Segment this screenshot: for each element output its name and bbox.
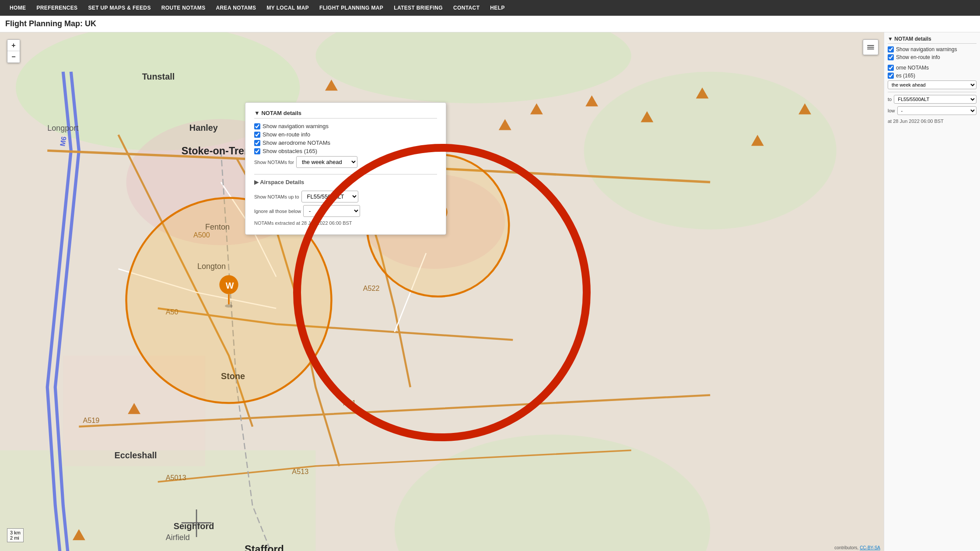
svg-text:M6: M6 [58,136,68,147]
rp-nav-warnings-row: Show navigation warnings [888,46,976,52]
rp-obstacles-checkbox[interactable] [888,73,894,79]
aerodrome-row: Show aerodrome NOTAMs [254,139,437,146]
rp-ignore-below-label: low [888,108,895,113]
rp-notams-for-select[interactable]: the week ahead today [888,80,976,89]
layers-button[interactable] [863,39,878,55]
rp-enroute-checkbox[interactable] [888,54,894,60]
nav-item-setup[interactable]: SET UP MAPS & FEEDS [83,0,156,16]
svg-text:A522: A522 [363,284,380,292]
airspace-section: ▶ Airspace Details Show NOTAMs up to FL5… [254,174,437,217]
svg-rect-57 [867,45,874,46]
notams-upto-label: Show NOTAMs up to [254,194,299,199]
map-attribution: contributors, CC-BY-SA [834,545,880,550]
svg-text:Tunstall: Tunstall [142,72,175,81]
svg-point-3 [584,72,836,230]
notams-for-label: Show NOTAMs for [254,160,294,165]
aerodrome-label: Show aerodrome NOTAMs [262,139,330,146]
rp-enroute-label: Show en-route info [896,54,940,60]
svg-text:A513: A513 [292,467,308,475]
ignore-below-row: Ignore all those below - 500ft 1000ft [254,205,437,217]
scale-bar: 3 km 2 mi [7,528,24,542]
svg-rect-58 [867,47,874,48]
nav-item-latest-briefing[interactable]: LATEST BRIEFING [388,0,448,16]
nav-warnings-label: Show navigation warnings [262,123,329,129]
rp-aerodrome-checkbox[interactable] [888,65,894,71]
svg-text:Longport: Longport [47,124,78,133]
nav-item-preferences[interactable]: PREFERENCES [31,0,83,16]
ignore-below-label: Ignore all those below [254,209,301,214]
svg-text:W: W [226,281,234,290]
rp-nav-warnings-label: Show navigation warnings [896,46,957,52]
rp-obstacles-label: es (165) [896,73,915,79]
layers-icon [866,43,875,52]
page-title: Flight Planning Map: UK [0,16,980,32]
notams-for-select[interactable]: the week ahead today next 2 days [296,156,357,168]
svg-text:A5013: A5013 [166,474,186,481]
rp-notams-for-row: the week ahead today [888,80,976,89]
nav-item-area-notams[interactable]: AREA NOTAMS [211,0,262,16]
svg-text:Eccleshall: Eccleshall [115,450,157,460]
notams-upto-select[interactable]: FL55/5500ALT FL100 FL195 [301,191,358,202]
rp-ignore-below-select[interactable]: - [897,106,976,115]
notam-popup-header: ▼ NOTAM details [254,110,437,119]
obstacles-label: Show obstacles (165) [262,148,317,154]
obstacles-row: Show obstacles (165) [254,148,437,154]
svg-point-51 [225,304,233,307]
airspace-header: ▶ Airspace Details [254,179,437,185]
attribution-link[interactable]: CC-BY-SA [860,545,880,550]
nav-warnings-checkbox[interactable] [254,123,260,129]
notams-for-row: Show NOTAMs for the week ahead today nex… [254,156,437,168]
rp-aerodrome-section: ome NOTAMs es (165) the week ahead today… [888,65,976,124]
aerodrome-checkbox[interactable] [254,140,260,146]
rp-obstacles-row: es (165) [888,73,976,79]
rp-separator [888,92,976,95]
rp-notams-upto-label: to [888,97,892,102]
svg-text:A519: A519 [83,416,99,424]
svg-text:A51: A51 [343,399,356,407]
svg-text:Stafford: Stafford [245,544,284,551]
extracted-text: NOTAMs extracted at 28 Jun 2022 06:00 BS… [254,220,437,226]
main-layout: M6 A520 A50 A519 A5013 A513 A51 A522 A50… [0,32,980,551]
notam-details-header: ▼ NOTAM details [888,36,976,44]
svg-text:Hanley: Hanley [189,123,218,133]
notam-details-section: ▼ NOTAM details Show navigation warnings… [888,36,976,60]
map-zoom-controls: + − [7,39,20,63]
nav-item-flight-planning-map[interactable]: FLIGHT PLANNING MAP [314,0,388,16]
nav-item-home[interactable]: HOME [4,0,31,16]
obstacles-checkbox[interactable] [254,148,260,154]
rp-ignore-below-row: low - [888,106,976,115]
notams-upto-row: Show NOTAMs up to FL55/5500ALT FL100 FL1… [254,191,437,202]
scale-mi: 2 mi [10,535,21,541]
nav-warnings-row: Show navigation warnings [254,123,437,129]
map-container[interactable]: M6 A520 A50 A519 A5013 A513 A51 A522 A50… [0,32,884,551]
right-panel: ▼ NOTAM details Show navigation warnings… [884,32,980,551]
rp-enroute-row: Show en-route info [888,54,976,60]
svg-text:Stoke-on-Trent: Stoke-on-Trent [182,145,254,157]
nav-item-route-notams[interactable]: ROUTE NOTAMS [156,0,211,16]
svg-text:Airfield: Airfield [166,533,190,542]
rp-notams-upto-select[interactable]: FL55/5500ALT [894,95,976,104]
rp-aerodrome-row: ome NOTAMs [888,65,976,71]
rp-notams-upto-row: to FL55/5500ALT [888,95,976,104]
enroute-row: Show en-route info [254,131,437,138]
notam-popup: ▼ NOTAM details Show navigation warnings… [245,102,446,235]
scale-km: 3 km [10,530,21,535]
rp-aerodrome-label: ome NOTAMs [896,65,929,71]
enroute-checkbox[interactable] [254,132,260,138]
nav-item-my-local-map[interactable]: MY LOCAL MAP [261,0,314,16]
svg-rect-59 [867,49,874,49]
enroute-label: Show en-route info [262,131,310,138]
rp-extracted-text: at 28 Jun 2022 06:00 BST [888,119,976,124]
navbar: HOMEPREFERENCESSET UP MAPS & FEEDSROUTE … [0,0,980,16]
zoom-out-button[interactable]: − [7,51,20,63]
zoom-in-button[interactable]: + [7,40,20,51]
ignore-below-select[interactable]: - 500ft 1000ft [303,205,360,217]
nav-item-help[interactable]: HELP [485,0,510,16]
nav-item-contact[interactable]: CONTACT [448,0,485,16]
rp-nav-warnings-checkbox[interactable] [888,46,894,52]
